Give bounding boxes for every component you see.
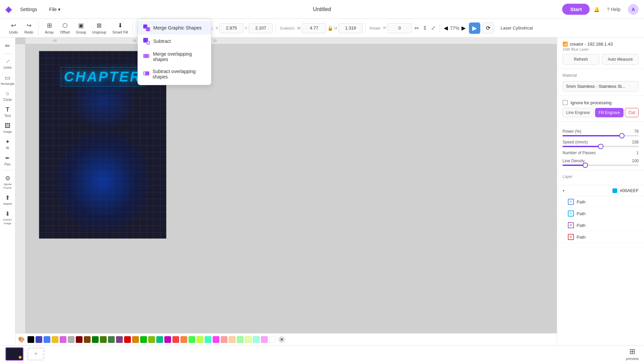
- color-swatch-pink[interactable]: [221, 336, 227, 343]
- cut-button[interactable]: Cut: [625, 108, 639, 117]
- line-engrave-button[interactable]: Line Engrave: [562, 108, 594, 117]
- height-input[interactable]: [338, 23, 363, 33]
- ungroup-button[interactable]: ⊠ Ungroup: [90, 20, 109, 36]
- canvas-area[interactable]: -10 10 20 CHAPTER: [15, 38, 557, 345]
- file-menu-button[interactable]: File ▾: [46, 5, 64, 14]
- flip-d-button[interactable]: ⤢: [430, 24, 437, 32]
- path-item-1[interactable]: T Path: [557, 196, 644, 208]
- layer-expand-icon[interactable]: ▾: [562, 188, 565, 193]
- density-slider[interactable]: [562, 165, 639, 166]
- speed-slider[interactable]: [562, 146, 639, 147]
- add-page-button[interactable]: +: [28, 348, 44, 360]
- notification-bell-icon[interactable]: 🔔: [594, 7, 599, 12]
- offset-button[interactable]: ⬡ Offset: [57, 20, 72, 36]
- rectangle-tool[interactable]: ▭ Rectangle: [1, 72, 14, 87]
- color-swatch-red[interactable]: [124, 336, 131, 343]
- color-swatch-salmon[interactable]: [172, 336, 179, 343]
- group-button[interactable]: ▣ Group: [73, 20, 89, 36]
- ai-tool[interactable]: ✦ AI: [1, 136, 14, 152]
- color-swatch-cyan[interactable]: [156, 336, 163, 343]
- color-swatch-orange[interactable]: [132, 336, 139, 343]
- send-to-machine-button[interactable]: ▶: [469, 22, 480, 34]
- path-item-4[interactable]: P Path: [557, 231, 644, 243]
- zoom-out-button[interactable]: ◀: [444, 25, 448, 31]
- ai-icon: ✦: [5, 138, 10, 145]
- subtract-item[interactable]: Subtract: [138, 35, 211, 48]
- smart-fill-button[interactable]: ⬇ Smart Fill: [110, 20, 130, 36]
- color-swatch-lightcyan[interactable]: [253, 336, 260, 343]
- color-close-button[interactable]: ✕: [278, 336, 285, 343]
- color-swatch-pink2[interactable]: [213, 336, 219, 343]
- path-item-3[interactable]: P Path: [557, 220, 644, 231]
- undo-button[interactable]: ↩ Undo: [6, 20, 21, 36]
- color-swatch-gray[interactable]: [68, 336, 74, 343]
- color-swatch-darkgreen[interactable]: [92, 336, 99, 343]
- rotate-input[interactable]: [387, 23, 412, 33]
- y-position-input[interactable]: [249, 23, 273, 33]
- auto-measure-button[interactable]: Auto Measure: [602, 54, 639, 65]
- frame-button[interactable]: ⟳: [482, 22, 494, 34]
- color-swatch-yellow[interactable]: [52, 336, 58, 343]
- color-swatch-oliveg[interactable]: [100, 336, 107, 343]
- flip-v-button[interactable]: ⇕: [421, 24, 428, 32]
- color-swatch-black[interactable]: [28, 336, 34, 343]
- draw-tool[interactable]: ✏: [1, 40, 14, 52]
- undo-redo-group: ↩ Undo ↪ Redo: [4, 20, 39, 36]
- color-swatch-brown[interactable]: [84, 336, 91, 343]
- text-tool[interactable]: T Text: [1, 104, 14, 120]
- color-swatch-lightorange[interactable]: [180, 336, 187, 343]
- path-item-2[interactable]: T Path: [557, 208, 644, 220]
- material-select[interactable]: 5mm Stainless - Stainless St...: [562, 81, 639, 92]
- color-swatch-darkblue[interactable]: [36, 336, 42, 343]
- import-tool[interactable]: ⬆ Import: [1, 192, 14, 207]
- lines-tool[interactable]: ⟋ Lines: [1, 56, 14, 71]
- color-swatch-white[interactable]: [269, 336, 276, 343]
- color-swatch-mint[interactable]: [237, 336, 244, 343]
- color-picker-icon[interactable]: 🎨: [18, 336, 25, 343]
- color-swatch-peach[interactable]: [229, 336, 235, 343]
- merge-graphic-shapes-item[interactable]: Merge Graphic Shapes: [138, 21, 211, 35]
- power-slider[interactable]: [562, 135, 639, 136]
- subtract-overlapping-item[interactable]: Subtract overlapping shapes: [138, 65, 211, 83]
- color-swatch-teal2[interactable]: [108, 336, 115, 343]
- color-swatch-blue[interactable]: [44, 336, 50, 343]
- extract-tool[interactable]: ⬇ Extract Image: [1, 208, 14, 227]
- power-slider-thumb[interactable]: [619, 133, 625, 138]
- layer-header[interactable]: ▾ #00AEEF: [557, 185, 644, 196]
- merge-overlapping-item[interactable]: Merge overlapping shapes: [138, 48, 211, 65]
- color-swatch-magenta[interactable]: [60, 336, 66, 343]
- ignore-checkbox[interactable]: [562, 100, 568, 105]
- page-thumbnail-1[interactable]: [5, 347, 23, 361]
- density-slider-thumb[interactable]: [583, 163, 588, 168]
- image-tool[interactable]: 🖼 Image: [1, 120, 14, 135]
- x-position-input[interactable]: [219, 23, 244, 33]
- color-swatch-aqua[interactable]: [205, 336, 211, 343]
- help-button[interactable]: ? Help: [603, 5, 624, 14]
- lock-icon[interactable]: 🔒: [327, 25, 333, 31]
- color-swatch-darkred[interactable]: [76, 336, 83, 343]
- color-swatch-green[interactable]: [140, 336, 147, 343]
- pen-tool[interactable]: ✒ Pen: [1, 153, 14, 168]
- array-button[interactable]: ⊞ Array: [42, 20, 57, 36]
- color-swatch-lightyellow[interactable]: [245, 336, 252, 343]
- user-avatar[interactable]: A: [628, 4, 639, 15]
- color-swatch-lime[interactable]: [197, 336, 203, 343]
- fill-engrave-button[interactable]: Fill Engrave: [595, 108, 624, 117]
- start-button[interactable]: Start: [562, 4, 590, 15]
- color-swatch-violet[interactable]: [164, 336, 171, 343]
- color-swatch-yellowgreen[interactable]: [148, 336, 155, 343]
- preview-button[interactable]: ⊞ preview: [626, 347, 639, 361]
- redo-button[interactable]: ↪ Redo: [21, 20, 36, 36]
- circle-tool[interactable]: ○ Circle: [1, 88, 14, 104]
- width-input[interactable]: [302, 23, 326, 33]
- color-swatch-lavender[interactable]: [261, 336, 268, 343]
- color-swatch-purple2[interactable]: [116, 336, 123, 343]
- chapter-text[interactable]: CHAPTER: [61, 67, 144, 86]
- speed-slider-thumb[interactable]: [598, 144, 603, 149]
- settings-button[interactable]: Settings: [17, 5, 41, 14]
- jigsaw-tool[interactable]: ⚙ Jigsaw Puzzle: [1, 173, 14, 191]
- flip-h-button[interactable]: ⇔: [413, 24, 420, 32]
- zoom-in-button[interactable]: ▶: [462, 25, 466, 31]
- refresh-button[interactable]: Refresh: [562, 54, 599, 65]
- color-swatch-lightgreen[interactable]: [189, 336, 195, 343]
